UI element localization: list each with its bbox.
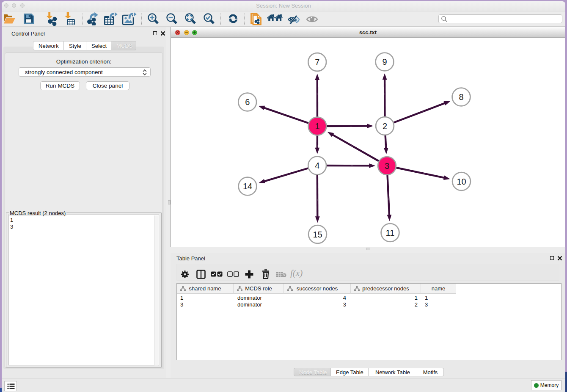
svg-text:10: 10 bbox=[457, 177, 466, 186]
svg-text:15: 15 bbox=[313, 230, 322, 239]
svg-text:6: 6 bbox=[245, 97, 250, 107]
svg-text:14: 14 bbox=[243, 182, 252, 191]
svg-text:8: 8 bbox=[459, 92, 463, 102]
svg-text:3: 3 bbox=[385, 161, 389, 171]
svg-text:4: 4 bbox=[315, 161, 319, 170]
svg-text:2: 2 bbox=[383, 121, 387, 131]
svg-text:11: 11 bbox=[386, 228, 395, 237]
svg-text:9: 9 bbox=[382, 57, 387, 66]
svg-text:7: 7 bbox=[315, 58, 319, 67]
svg-text:1: 1 bbox=[315, 121, 319, 131]
